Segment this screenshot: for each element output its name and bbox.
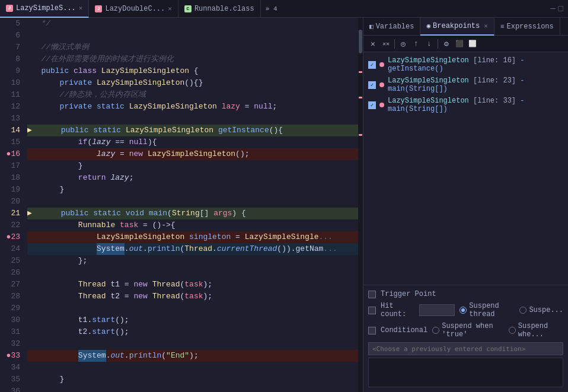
tab-runnable[interactable]: C Runnable.class [178, 0, 261, 18]
code-line-5: */ [27, 18, 358, 30]
minimize-icon[interactable]: ─ [550, 4, 555, 14]
conditional-checkbox[interactable] [368, 327, 376, 334]
code-line-16: lazy = new LazySimpleSingleton(); [27, 148, 358, 160]
ln-32: 32 [0, 338, 20, 350]
expand-button[interactable]: ⬛ [454, 38, 465, 50]
tab-breakpoints[interactable]: ◉ Breakpoints ✕ [420, 18, 494, 36]
trigger-point-checkbox[interactable] [368, 291, 376, 298]
code-line-26 [27, 267, 358, 279]
ln-34: 34 [0, 362, 20, 374]
class-file-icon: C [184, 5, 192, 12]
code-line-15: if(lazy == null){ [27, 136, 358, 148]
code-content[interactable]: */ //懒汉式单例 //在外部需要使用的时候才进行实例化 public cla… [25, 18, 358, 392]
code-line-17: } [27, 160, 358, 172]
suspend-when-changed-radio[interactable] [509, 327, 516, 334]
code-line-22: Runnable task = ()->{ [27, 219, 358, 231]
code-line-24: System.out.println(Thread.currentThread(… [27, 243, 358, 255]
remove-all-bp-button[interactable]: ✕✕ [380, 38, 392, 50]
line-numbers: 5 6 7 8 9 10 11 12 13 14 15 ●16 17 18 19… [0, 18, 25, 392]
bp-checkbox-2[interactable] [368, 81, 376, 89]
right-tabs: ◧ Variables ◉ Breakpoints ✕ ≡ Expression… [363, 18, 568, 36]
breakpoint-item-2[interactable]: LazySimpleSingleton [line: 23] - main(St… [363, 75, 568, 95]
ln-6: 6 [0, 30, 20, 42]
view-source-button[interactable]: ◎ [397, 38, 409, 50]
tab-expressions[interactable]: ≡ Expressions [494, 18, 560, 36]
code-line-33: System.out.println("End"); [27, 350, 358, 362]
ln-30: 30 [0, 314, 20, 326]
ln-7: 7 [0, 42, 20, 53]
code-line-36 [27, 385, 358, 392]
remove-bp-button[interactable]: ✕ [367, 38, 379, 50]
suspend-when-changed-label: Suspend whe... [518, 322, 563, 339]
suspend-thread-radio-group: Suspend thread [459, 302, 515, 318]
code-line-27: Thread t1 = new Thread(task); [27, 279, 358, 291]
ln-11: 11 [0, 89, 20, 101]
breakpoint-item-3[interactable]: LazySimpleSingleton [line: 33] - main(St… [363, 95, 568, 115]
tab-lazysimples[interactable]: J LazySimpleS... ✕ [0, 0, 89, 18]
hit-count-label: Hit count: [381, 302, 414, 318]
code-line-28: Thread t2 = new Thread(task); [27, 291, 358, 302]
tab-variables[interactable]: ◧ Variables [363, 18, 420, 36]
close-tab-icon[interactable]: ✕ [79, 4, 83, 12]
code-line-35: } [27, 374, 358, 385]
bp-checkbox-3[interactable] [368, 101, 376, 109]
ln-5: 5 [0, 18, 20, 30]
expressions-tab-label: Expressions [507, 23, 554, 31]
tab-label: LazySimpleS... [16, 4, 76, 12]
java-file-icon: J [6, 5, 13, 12]
hit-count-checkbox[interactable] [368, 307, 376, 314]
minimap-bp2 [359, 97, 362, 98]
breakpoint-item-1[interactable]: LazySimpleSingleton [line: 16] - getInst… [363, 55, 568, 75]
code-line-20 [27, 196, 358, 208]
conditional-row: Conditional Suspend when 'true' Suspend … [368, 322, 563, 339]
code-line-6 [27, 30, 358, 42]
suspend-all-radio[interactable] [519, 307, 526, 314]
ln-31: 31 [0, 326, 20, 338]
ln-8: 8 [0, 53, 20, 65]
tab-label-2: LazyDoubleC... [105, 5, 165, 13]
collapse-button[interactable]: ⬜ [467, 38, 478, 50]
trigger-point-label: Trigger Point [381, 290, 436, 298]
main-layout: 5 6 7 8 9 10 11 12 13 14 15 ●16 17 18 19… [0, 18, 568, 392]
code-line-25: }; [27, 255, 358, 267]
scrollbar-thumb[interactable] [359, 30, 362, 53]
variables-tab-label: Variables [376, 23, 414, 31]
code-line-23: LazySimpleSingleton singleton = LazySimp… [27, 231, 358, 243]
ln-23: ●23 [0, 231, 20, 243]
bp-text-3: LazySimpleSingleton [line: 33] - main(St… [388, 97, 563, 113]
ln-19: 19 [0, 184, 20, 196]
breakpoints-icon: ◉ [426, 22, 430, 30]
java-file-icon-2: J [95, 5, 102, 12]
tab-overflow[interactable]: » 4 [261, 5, 282, 12]
tab-controls: ─ □ [545, 4, 568, 14]
bottom-section: Trigger Point Hit count: Suspend thread … [363, 285, 568, 392]
condition-input[interactable] [368, 342, 563, 355]
move-up-button[interactable]: ↑ [410, 38, 422, 50]
suspend-when-true-label: Suspend when 'true' [442, 322, 504, 339]
bp-checkbox-1[interactable] [368, 61, 376, 69]
ln-24: 24 [0, 243, 20, 255]
bp-text-2: LazySimpleSingleton [line: 23] - main(St… [388, 77, 563, 93]
code-line-8: //在外部需要使用的时候才进行实例化 [27, 53, 358, 65]
tab-label-3: Runnable.class [194, 5, 254, 13]
hit-count-input[interactable] [419, 304, 455, 316]
ln-22: 22 [0, 219, 20, 231]
suspend-when-true-radio[interactable] [432, 327, 439, 334]
ln-20: 20 [0, 196, 20, 208]
close-tab-2-icon[interactable]: ✕ [168, 5, 172, 12]
code-scrollbar[interactable] [358, 18, 363, 392]
conditional-label: Conditional [381, 326, 427, 334]
code-line-9: public class LazySimpleSingleton { [27, 65, 358, 77]
ln-13: 13 [0, 113, 20, 125]
code-line-30: t1.start(); [27, 314, 358, 326]
suspend-thread-radio[interactable] [459, 307, 467, 314]
move-down-button[interactable]: ↓ [423, 38, 435, 50]
maximize-icon[interactable]: □ [559, 4, 563, 14]
ln-33: ●33 [0, 350, 20, 362]
right-panel: ◧ Variables ◉ Breakpoints ✕ ≡ Expression… [363, 18, 568, 392]
tab-lazydoublec[interactable]: J LazyDoubleC... ✕ [89, 0, 178, 18]
close-breakpoints-icon[interactable]: ✕ [484, 22, 488, 30]
expressions-icon: ≡ [500, 23, 505, 30]
breakpoints-tab-label: Breakpoints [433, 22, 480, 30]
settings-button[interactable]: ⚙ [441, 38, 452, 50]
